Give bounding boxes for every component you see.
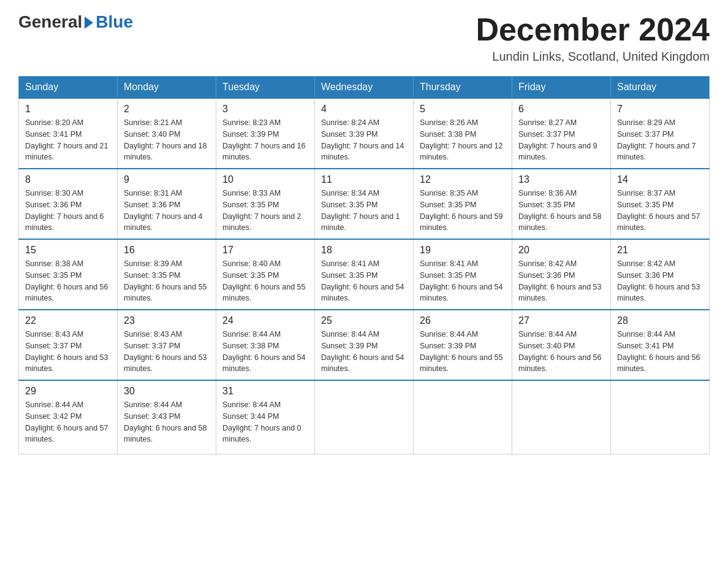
day-number: 22 bbox=[25, 315, 111, 326]
calendar-cell: 21 Sunrise: 8:42 AMSunset: 3:36 PMDaylig… bbox=[611, 239, 710, 310]
calendar-cell: 18 Sunrise: 8:41 AMSunset: 3:35 PMDaylig… bbox=[315, 239, 414, 310]
day-number: 15 bbox=[25, 245, 111, 256]
day-info: Sunrise: 8:38 AMSunset: 3:35 PMDaylight:… bbox=[25, 259, 108, 302]
day-info: Sunrise: 8:20 AMSunset: 3:41 PMDaylight:… bbox=[25, 118, 108, 161]
calendar-cell: 10 Sunrise: 8:33 AMSunset: 3:35 PMDaylig… bbox=[216, 169, 315, 239]
day-info: Sunrise: 8:43 AMSunset: 3:37 PMDaylight:… bbox=[25, 330, 108, 373]
calendar-cell: 7 Sunrise: 8:29 AMSunset: 3:37 PMDayligh… bbox=[611, 98, 710, 169]
day-info: Sunrise: 8:44 AMSunset: 3:39 PMDaylight:… bbox=[321, 330, 404, 373]
day-info: Sunrise: 8:44 AMSunset: 3:43 PMDaylight:… bbox=[124, 400, 207, 443]
calendar-cell: 27 Sunrise: 8:44 AMSunset: 3:40 PMDaylig… bbox=[512, 310, 611, 380]
day-number: 27 bbox=[518, 315, 604, 326]
logo-arrow-icon bbox=[85, 17, 93, 29]
calendar-cell: 26 Sunrise: 8:44 AMSunset: 3:39 PMDaylig… bbox=[414, 310, 512, 380]
day-info: Sunrise: 8:37 AMSunset: 3:35 PMDaylight:… bbox=[617, 189, 700, 232]
calendar-cell: 30 Sunrise: 8:44 AMSunset: 3:43 PMDaylig… bbox=[118, 380, 216, 454]
day-info: Sunrise: 8:31 AMSunset: 3:36 PMDaylight:… bbox=[124, 189, 203, 232]
day-info: Sunrise: 8:40 AMSunset: 3:35 PMDaylight:… bbox=[222, 259, 306, 302]
weekday-header-row: SundayMondayTuesdayWednesdayThursdayFrid… bbox=[19, 77, 710, 99]
day-info: Sunrise: 8:44 AMSunset: 3:42 PMDaylight:… bbox=[25, 400, 108, 443]
logo: General Blue bbox=[18, 12, 133, 32]
day-info: Sunrise: 8:24 AMSunset: 3:39 PMDaylight:… bbox=[321, 118, 404, 161]
calendar-cell: 22 Sunrise: 8:43 AMSunset: 3:37 PMDaylig… bbox=[19, 310, 118, 380]
day-info: Sunrise: 8:43 AMSunset: 3:37 PMDaylight:… bbox=[124, 330, 207, 373]
calendar-cell: 17 Sunrise: 8:40 AMSunset: 3:35 PMDaylig… bbox=[216, 239, 315, 310]
day-info: Sunrise: 8:35 AMSunset: 3:35 PMDaylight:… bbox=[420, 189, 503, 232]
calendar-cell: 14 Sunrise: 8:37 AMSunset: 3:35 PMDaylig… bbox=[611, 169, 710, 239]
month-title: December 2024 bbox=[476, 12, 710, 47]
day-number: 26 bbox=[420, 315, 506, 326]
calendar-cell: 5 Sunrise: 8:26 AMSunset: 3:38 PMDayligh… bbox=[414, 98, 512, 169]
day-info: Sunrise: 8:41 AMSunset: 3:35 PMDaylight:… bbox=[321, 259, 404, 302]
day-number: 31 bbox=[222, 386, 308, 397]
weekday-header-wednesday: Wednesday bbox=[315, 77, 414, 99]
day-info: Sunrise: 8:27 AMSunset: 3:37 PMDaylight:… bbox=[518, 118, 597, 161]
day-info: Sunrise: 8:44 AMSunset: 3:41 PMDaylight:… bbox=[617, 330, 700, 373]
day-info: Sunrise: 8:30 AMSunset: 3:36 PMDaylight:… bbox=[25, 189, 104, 232]
weekday-header-friday: Friday bbox=[512, 77, 611, 99]
day-info: Sunrise: 8:44 AMSunset: 3:40 PMDaylight:… bbox=[518, 330, 602, 373]
day-number: 30 bbox=[124, 386, 210, 397]
day-info: Sunrise: 8:42 AMSunset: 3:36 PMDaylight:… bbox=[617, 259, 700, 302]
day-number: 19 bbox=[420, 245, 506, 256]
day-info: Sunrise: 8:34 AMSunset: 3:35 PMDaylight:… bbox=[321, 189, 400, 232]
day-number: 9 bbox=[124, 174, 210, 185]
day-number: 21 bbox=[617, 245, 703, 256]
day-info: Sunrise: 8:33 AMSunset: 3:35 PMDaylight:… bbox=[222, 189, 301, 232]
day-number: 7 bbox=[617, 104, 703, 115]
day-info: Sunrise: 8:41 AMSunset: 3:35 PMDaylight:… bbox=[420, 259, 503, 302]
calendar-week-row: 1 Sunrise: 8:20 AMSunset: 3:41 PMDayligh… bbox=[19, 98, 710, 169]
weekday-header-tuesday: Tuesday bbox=[216, 77, 315, 99]
calendar-week-row: 8 Sunrise: 8:30 AMSunset: 3:36 PMDayligh… bbox=[19, 169, 710, 239]
calendar-cell: 2 Sunrise: 8:21 AMSunset: 3:40 PMDayligh… bbox=[118, 98, 216, 169]
day-number: 28 bbox=[617, 315, 703, 326]
day-number: 8 bbox=[25, 174, 111, 185]
day-number: 29 bbox=[25, 386, 111, 397]
day-number: 18 bbox=[321, 245, 407, 256]
day-number: 24 bbox=[222, 315, 308, 326]
calendar-cell: 20 Sunrise: 8:42 AMSunset: 3:36 PMDaylig… bbox=[512, 239, 611, 310]
day-info: Sunrise: 8:44 AMSunset: 3:38 PMDaylight:… bbox=[222, 330, 306, 373]
weekday-header-thursday: Thursday bbox=[414, 77, 512, 99]
calendar-cell: 29 Sunrise: 8:44 AMSunset: 3:42 PMDaylig… bbox=[19, 380, 118, 454]
calendar-cell bbox=[315, 380, 414, 454]
location-subtitle: Lundin Links, Scotland, United Kingdom bbox=[476, 50, 710, 64]
header: General Blue December 2024 Lundin Links,… bbox=[18, 12, 710, 64]
day-number: 13 bbox=[518, 174, 604, 185]
calendar-week-row: 22 Sunrise: 8:43 AMSunset: 3:37 PMDaylig… bbox=[19, 310, 710, 380]
day-number: 3 bbox=[222, 104, 308, 115]
day-number: 20 bbox=[518, 245, 604, 256]
day-number: 6 bbox=[518, 104, 604, 115]
calendar-cell: 6 Sunrise: 8:27 AMSunset: 3:37 PMDayligh… bbox=[512, 98, 611, 169]
calendar-cell: 28 Sunrise: 8:44 AMSunset: 3:41 PMDaylig… bbox=[611, 310, 710, 380]
day-info: Sunrise: 8:42 AMSunset: 3:36 PMDaylight:… bbox=[518, 259, 602, 302]
calendar-cell: 12 Sunrise: 8:35 AMSunset: 3:35 PMDaylig… bbox=[414, 169, 512, 239]
logo-blue-text: Blue bbox=[96, 12, 133, 32]
title-area: December 2024 Lundin Links, Scotland, Un… bbox=[476, 12, 710, 64]
calendar-cell bbox=[512, 380, 611, 454]
calendar-cell: 4 Sunrise: 8:24 AMSunset: 3:39 PMDayligh… bbox=[315, 98, 414, 169]
calendar-table: SundayMondayTuesdayWednesdayThursdayFrid… bbox=[18, 76, 710, 454]
day-number: 14 bbox=[617, 174, 703, 185]
day-number: 17 bbox=[222, 245, 308, 256]
calendar-cell: 8 Sunrise: 8:30 AMSunset: 3:36 PMDayligh… bbox=[19, 169, 118, 239]
calendar-cell bbox=[611, 380, 710, 454]
day-number: 25 bbox=[321, 315, 407, 326]
calendar-cell: 16 Sunrise: 8:39 AMSunset: 3:35 PMDaylig… bbox=[118, 239, 216, 310]
calendar-cell: 25 Sunrise: 8:44 AMSunset: 3:39 PMDaylig… bbox=[315, 310, 414, 380]
day-number: 2 bbox=[124, 104, 210, 115]
logo-general-text: General bbox=[18, 12, 82, 32]
calendar-week-row: 29 Sunrise: 8:44 AMSunset: 3:42 PMDaylig… bbox=[19, 380, 710, 454]
day-info: Sunrise: 8:26 AMSunset: 3:38 PMDaylight:… bbox=[420, 118, 503, 161]
calendar-cell: 3 Sunrise: 8:23 AMSunset: 3:39 PMDayligh… bbox=[216, 98, 315, 169]
calendar-week-row: 15 Sunrise: 8:38 AMSunset: 3:35 PMDaylig… bbox=[19, 239, 710, 310]
weekday-header-monday: Monday bbox=[118, 77, 216, 99]
day-number: 12 bbox=[420, 174, 506, 185]
day-info: Sunrise: 8:23 AMSunset: 3:39 PMDaylight:… bbox=[222, 118, 306, 161]
day-info: Sunrise: 8:29 AMSunset: 3:37 PMDaylight:… bbox=[617, 118, 696, 161]
day-number: 16 bbox=[124, 245, 210, 256]
calendar-cell: 15 Sunrise: 8:38 AMSunset: 3:35 PMDaylig… bbox=[19, 239, 118, 310]
calendar-cell: 1 Sunrise: 8:20 AMSunset: 3:41 PMDayligh… bbox=[19, 98, 118, 169]
day-number: 10 bbox=[222, 174, 308, 185]
day-info: Sunrise: 8:39 AMSunset: 3:35 PMDaylight:… bbox=[124, 259, 207, 302]
